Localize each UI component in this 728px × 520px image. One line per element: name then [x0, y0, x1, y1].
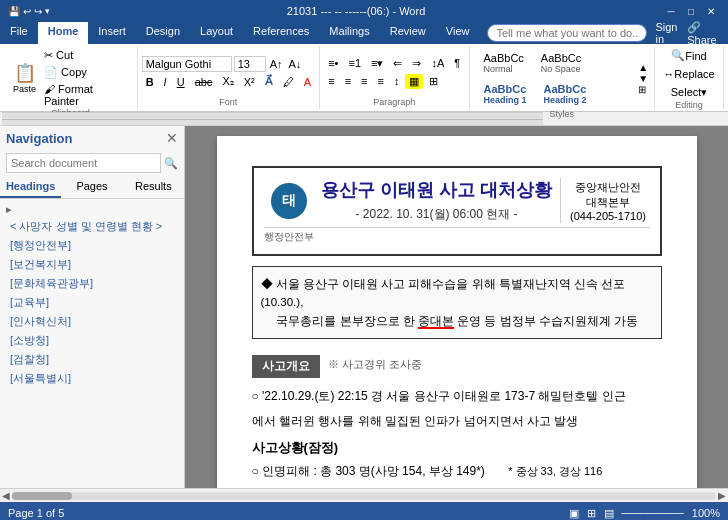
font-color-button[interactable]: A: [300, 75, 315, 89]
zoom-slider[interactable]: ────────: [622, 507, 684, 519]
ruler: [0, 112, 728, 126]
window-controls: ─ □ ✕: [662, 4, 720, 18]
bold-button[interactable]: B: [142, 75, 158, 89]
scroll-left-arrow[interactable]: ◀: [2, 490, 10, 501]
nav-item-6[interactable]: [소방청]: [0, 331, 184, 350]
styles-scroll-up[interactable]: ▲: [638, 62, 648, 73]
show-formatting-button[interactable]: ¶: [450, 56, 464, 71]
align-right-button[interactable]: ≡: [357, 74, 371, 89]
style-normal[interactable]: AaBbCc Normal: [477, 49, 531, 77]
close-button[interactable]: ✕: [702, 4, 720, 18]
sign-in-button[interactable]: Sign in: [655, 21, 679, 45]
numbering-button[interactable]: ≡1: [344, 56, 365, 71]
tab-mailings[interactable]: Mailings: [319, 22, 379, 44]
redo-icon[interactable]: ↪: [34, 6, 42, 17]
ministry-right-3: (044-205-1710): [567, 210, 650, 222]
style-no-space[interactable]: AaBbCc No Space: [534, 49, 588, 77]
nav-item-0[interactable]: < 사망자 성별 및 연령별 현황 >: [0, 217, 184, 236]
nav-item-2[interactable]: [보건복지부]: [0, 255, 184, 274]
strikethrough-button[interactable]: abc: [191, 75, 217, 89]
tab-file[interactable]: File: [0, 22, 38, 44]
text-effects-button[interactable]: A⃗: [261, 74, 277, 89]
find-button[interactable]: 🔍 Find: [668, 48, 709, 63]
ribbon-content: 📋 Paste ✂ Cut 📄 Copy 🖌 Format Painter Cl…: [0, 44, 728, 112]
zoom-level[interactable]: 100%: [692, 507, 720, 519]
replace-button[interactable]: ↔ Replace: [660, 67, 717, 81]
justify-button[interactable]: ≡: [373, 74, 387, 89]
text-highlight-button[interactable]: 🖊: [279, 75, 298, 89]
superscript-button[interactable]: X²: [240, 75, 259, 89]
view-icon-2[interactable]: ⊞: [587, 507, 596, 520]
tab-insert[interactable]: Insert: [88, 22, 136, 44]
italic-button[interactable]: I: [160, 75, 171, 89]
save-icon[interactable]: 💾: [8, 6, 20, 17]
status-bar: Page 1 of 5 ▣ ⊞ ▤ ──────── 100%: [0, 502, 728, 520]
doc-title-sub: - 2022. 10. 31(월) 06:00 현재 -: [314, 206, 560, 223]
nav-item-4[interactable]: [교육부]: [0, 293, 184, 312]
nav-search-icon[interactable]: 🔍: [164, 157, 178, 170]
styles-scroll-down[interactable]: ▼: [638, 73, 648, 84]
tab-review[interactable]: Review: [380, 22, 436, 44]
tab-view[interactable]: View: [436, 22, 480, 44]
page-info: Page 1 of 5: [8, 507, 64, 519]
subscript-button[interactable]: X₂: [218, 74, 237, 89]
style-heading1[interactable]: AaBbCc Heading 1: [477, 80, 534, 108]
style-heading2[interactable]: AaBbCc Heading 2: [537, 80, 594, 108]
undo-icon[interactable]: ↩: [23, 6, 31, 17]
view-icon-1[interactable]: ▣: [569, 507, 579, 520]
nav-tab-headings[interactable]: Headings: [0, 176, 61, 198]
styles-expand[interactable]: ⊞: [638, 84, 648, 95]
scroll-right-arrow[interactable]: ▶: [718, 490, 726, 501]
font-grow-button[interactable]: A↑: [268, 57, 285, 71]
multilevel-list-button[interactable]: ≡▾: [367, 56, 387, 71]
cut-button[interactable]: ✂ Cut: [41, 48, 131, 63]
view-icon-3[interactable]: ▤: [604, 507, 614, 520]
decrease-indent-button[interactable]: ⇐: [389, 56, 406, 71]
nav-item-1[interactable]: [행정안전부]: [0, 236, 184, 255]
paragraph-group: ≡• ≡1 ≡▾ ⇐ ⇒ ↕A ¶ ≡ ≡ ≡ ≡ ↕ ▦ ⊞: [320, 46, 470, 109]
title-bar: 💾 ↩ ↪ ▾ 21031 --- -- ------(06:) - Word …: [0, 0, 728, 22]
tab-design[interactable]: Design: [136, 22, 190, 44]
paste-button[interactable]: 📋 Paste: [10, 60, 39, 96]
tab-home[interactable]: Home: [38, 22, 89, 44]
shading-button[interactable]: ▦: [405, 74, 423, 89]
body-text-1: ○ '22.10.29.(토) 22:15 경 서울 용산구 이태원로 173-…: [252, 386, 662, 406]
increase-indent-button[interactable]: ⇒: [408, 56, 425, 71]
font-size-input[interactable]: [234, 56, 266, 72]
maximize-button[interactable]: □: [682, 4, 700, 18]
align-left-button[interactable]: ≡: [324, 74, 338, 89]
underline-button[interactable]: U: [173, 75, 189, 89]
format-painter-button[interactable]: 🖌 Format Painter: [41, 82, 131, 108]
copy-button[interactable]: 📄 Copy: [41, 65, 131, 80]
ribbon-tabs: File Home Insert Design Layout Reference…: [0, 22, 728, 44]
minimize-button[interactable]: ─: [662, 4, 680, 18]
status-left: Page 1 of 5: [8, 507, 64, 519]
main-area: Navigation ✕ 🔍 Headings Pages Results ▸ …: [0, 126, 728, 488]
font-controls: A↑ A↓ B I U abc X₂ X² A⃗ 🖊 A: [142, 56, 315, 89]
sort-button[interactable]: ↕A: [427, 56, 448, 71]
select-button[interactable]: Select▾: [668, 85, 711, 100]
nav-tab-results[interactable]: Results: [123, 176, 184, 198]
nav-search-input[interactable]: [6, 153, 161, 173]
nav-close-button[interactable]: ✕: [166, 130, 178, 146]
horizontal-scrollbar[interactable]: ◀ ▶: [0, 488, 728, 502]
nav-item-5[interactable]: [인사혁신처]: [0, 312, 184, 331]
share-button[interactable]: 🔗 Share: [687, 21, 720, 46]
tell-me-input[interactable]: [487, 24, 647, 42]
logo-circle: 태: [271, 183, 307, 219]
bullets-button[interactable]: ≡•: [324, 56, 342, 71]
border-button[interactable]: ⊞: [425, 74, 442, 89]
line-spacing-button[interactable]: ↕: [390, 74, 404, 89]
nav-item-3[interactable]: [문화체육관광부]: [0, 274, 184, 293]
font-group-content: A↑ A↓ B I U abc X₂ X² A⃗ 🖊 A: [142, 48, 315, 97]
tab-references[interactable]: References: [243, 22, 319, 44]
body-text-2: 에서 핼러윈 행사를 위해 밀집된 인파가 넘어지면서 사고 발생: [252, 411, 662, 431]
nav-item-8[interactable]: [서울특별시]: [0, 369, 184, 388]
nav-item-7[interactable]: [검찰청]: [0, 350, 184, 369]
font-name-input[interactable]: [142, 56, 232, 72]
section1-title: 사고개요: [252, 355, 320, 378]
nav-tab-pages[interactable]: Pages: [61, 176, 122, 198]
align-center-button[interactable]: ≡: [341, 74, 355, 89]
font-shrink-button[interactable]: A↓: [287, 57, 304, 71]
tab-layout[interactable]: Layout: [190, 22, 243, 44]
